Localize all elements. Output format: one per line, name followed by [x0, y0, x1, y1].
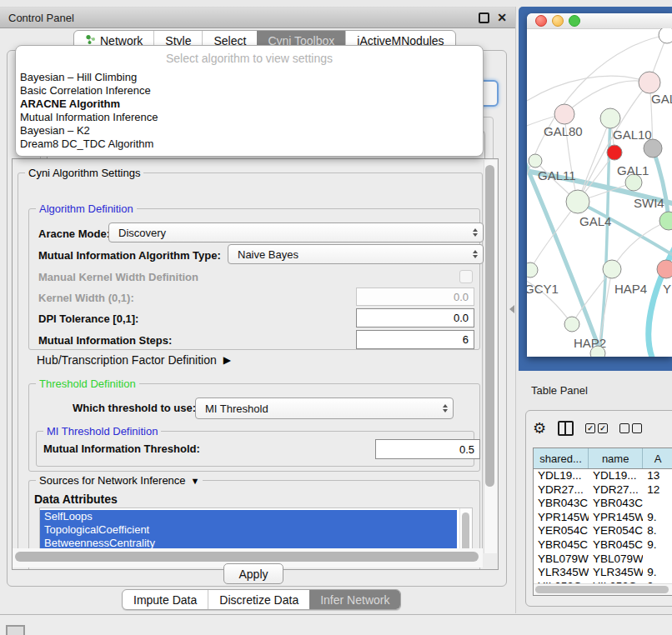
cyni-algorithm-settings-group: Cyni Algorithm Settings Algorithm Defini…: [18, 172, 483, 553]
table-column-header[interactable]: name: [589, 448, 643, 468]
attribute-list-item[interactable]: SelfLoops: [40, 510, 457, 523]
hub-definition-expander[interactable]: Hub/Transcription Factor Definition ▶: [37, 353, 231, 367]
network-node-swi4[interactable]: [659, 212, 672, 230]
settings-vertical-scrollbar-thumb[interactable]: [485, 165, 494, 487]
table-horizontal-scrollbar[interactable]: [534, 583, 672, 595]
columns-icon[interactable]: [558, 421, 574, 436]
network-edge: [527, 76, 649, 105]
network-node-label: GAL11: [538, 168, 576, 182]
algorithm-definition-group: Algorithm Definition Aracne Mode: Discov…: [28, 208, 480, 350]
network-node-hap2[interactable]: [564, 317, 579, 332]
mac-zoom-icon[interactable]: [569, 15, 580, 27]
table-row[interactable]: YPR145WYPR145W9.: [534, 511, 672, 525]
attribute-list-item[interactable]: TopologicalCoefficient: [40, 523, 457, 537]
deselect-all-checkboxes-icon[interactable]: [619, 423, 642, 433]
table-row[interactable]: YBR043CYBR043C: [534, 497, 672, 511]
network-node[interactable]: [590, 346, 605, 357]
table-cell: YBR045C: [589, 538, 643, 552]
panel-splitter-handle[interactable]: [509, 305, 514, 313]
table-column-header[interactable]: A: [643, 448, 672, 468]
aracne-mode-combo[interactable]: Discovery: [108, 222, 484, 242]
network-node-gal4[interactable]: [566, 190, 589, 213]
table-cell: YLR345W: [534, 566, 589, 580]
mac-minimize-icon[interactable]: [552, 15, 564, 27]
apply-button[interactable]: Apply: [223, 563, 283, 584]
manual-kernel-width-checkbox[interactable]: [459, 270, 473, 283]
network-node-label: GAL1: [617, 163, 649, 178]
mi-threshold-field[interactable]: 0.5: [375, 439, 480, 459]
status-strip: [0, 614, 672, 635]
mac-close-icon[interactable]: [535, 15, 547, 27]
table-cell: 8.: [643, 524, 672, 538]
expander-down-arrow-icon: ▼: [191, 476, 200, 486]
table-row[interactable]: YDR27...YDR27...12: [534, 483, 672, 498]
network-node[interactable]: [659, 28, 672, 43]
which-threshold-value: MI Threshold: [205, 402, 268, 415]
network-node-y[interactable]: [657, 260, 672, 278]
cyni-bottom-tabs: Impute DataDiscretize DataInfer Network: [122, 589, 401, 610]
network-window[interactable]: GALGAL80GAL10GAL11GAL1SWI4GAL4GCY1HAP4YH…: [527, 13, 672, 357]
network-node-gal[interactable]: [639, 72, 660, 93]
bottom-tab-impute-data[interactable]: Impute Data: [123, 590, 208, 609]
table-cell: YBR043C: [589, 497, 643, 511]
network-node-gcy1[interactable]: [527, 262, 538, 278]
mi-steps-field[interactable]: 6: [356, 330, 474, 349]
table-row[interactable]: YLR345WYLR345W9.: [534, 566, 672, 580]
node-table[interactable]: shared...nameA YDL19...YDL19...13YDR27..…: [533, 448, 672, 596]
which-threshold-combo[interactable]: MI Threshold: [195, 398, 454, 419]
dpi-tolerance-field[interactable]: 0.0: [356, 308, 474, 328]
network-node-label: GAL10: [613, 128, 652, 142]
close-panel-icon[interactable]: ✕: [495, 11, 509, 24]
table-panel-title: Table Panel: [531, 384, 588, 397]
stepper-arrows-icon: [473, 249, 478, 259]
network-canvas[interactable]: GALGAL80GAL10GAL11GAL1SWI4GAL4GCY1HAP4YH…: [527, 28, 672, 357]
gear-icon[interactable]: ⚙: [533, 421, 546, 436]
select-all-checkboxes-icon[interactable]: ✓✓: [585, 423, 608, 433]
mi-algorithm-type-combo[interactable]: Naive Bayes: [228, 244, 484, 264]
sources-label-wrap[interactable]: Sources for Network Inference ▼: [36, 474, 203, 487]
table-row[interactable]: YER054CYER054C8.: [534, 524, 672, 538]
algorithm-dropdown-popup: Select algorithm to view settings Bayesi…: [15, 45, 484, 157]
network-node-gal80[interactable]: [554, 104, 574, 124]
table-row[interactable]: YBL079WYBL079W: [534, 552, 672, 567]
network-node[interactable]: [607, 145, 622, 160]
table-cell: YER054C: [534, 524, 589, 538]
table-row[interactable]: YBR045CYBR045C9.: [534, 538, 672, 552]
sources-label: Sources for Network Inference: [39, 474, 186, 487]
table-cell: 13: [643, 469, 672, 483]
algorithm-option[interactable]: ARACNE Algorithm: [16, 98, 483, 111]
network-node-hap4[interactable]: [603, 260, 621, 278]
table-row[interactable]: YDL19...YDL19...13: [534, 469, 672, 483]
network-node-gal11[interactable]: [529, 154, 542, 168]
algorithm-option[interactable]: Dream8 DC_TDC Algorithm: [16, 138, 483, 151]
table-cell: [643, 497, 672, 511]
network-node-gal10[interactable]: [600, 108, 620, 128]
mi-algorithm-type-label: Mutual Information Algorithm Type:: [38, 249, 221, 262]
algorithm-option[interactable]: Mutual Information Inference: [16, 111, 483, 124]
table-horizontal-scrollbar-thumb[interactable]: [535, 586, 669, 593]
control-panel-titlebar: Control Panel ✕: [0, 7, 515, 28]
network-node[interactable]: [644, 139, 662, 158]
network-node-label: GAL: [651, 92, 672, 106]
cyni-algorithm-settings-label: Cyni Algorithm Settings: [25, 167, 143, 179]
table-column-header[interactable]: shared...: [534, 448, 589, 468]
table-cell: YLR345W: [589, 566, 643, 580]
settings-horizontal-scrollbar-thumb[interactable]: [15, 552, 479, 562]
bottom-tab-infer-network[interactable]: Infer Network: [309, 590, 400, 609]
table-cell: 9.: [643, 538, 672, 552]
network-edge: [578, 202, 672, 258]
bottom-tab-discretize-data[interactable]: Discretize Data: [208, 590, 309, 609]
table-toolbar: ⚙ ✓✓: [533, 418, 672, 439]
algorithm-option[interactable]: Basic Correlation Inference: [16, 84, 483, 98]
kernel-width-label: Kernel Width (0,1):: [38, 292, 134, 304]
kernel-width-field[interactable]: 0.0: [356, 288, 474, 306]
algorithm-option[interactable]: Bayesian – Hill Climbing: [16, 71, 483, 84]
aracne-mode-label: Aracne Mode:: [38, 228, 110, 240]
table-cell: YER054C: [589, 524, 643, 538]
float-window-icon[interactable]: [477, 11, 490, 24]
minimized-panel-icon[interactable]: [6, 625, 25, 635]
network-node-label: SWI4: [634, 196, 664, 210]
algorithm-option[interactable]: Bayesian – K2: [16, 124, 483, 138]
table-cell: YBR045C: [534, 538, 589, 552]
table-cell: 9.: [643, 566, 672, 580]
